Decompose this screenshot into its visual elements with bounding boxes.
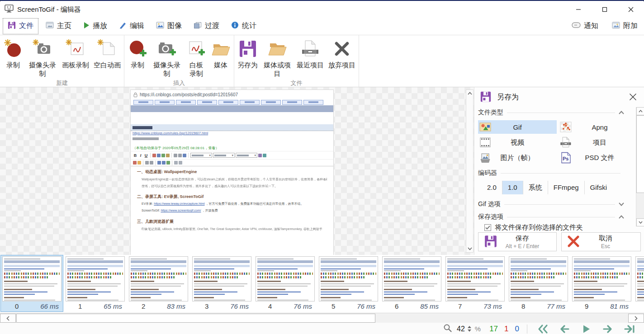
encoder-ffmpeg[interactable]: FFmpeg — [548, 181, 585, 194]
tab-image[interactable]: 图像 — [152, 19, 186, 33]
panel-scrollbar-thumb[interactable] — [636, 115, 644, 193]
timeline-frame[interactable]: 3 76 ms — [191, 255, 253, 311]
frame-thumbnail — [572, 256, 631, 301]
extras-button[interactable]: 附加 — [607, 19, 642, 33]
tab-label: 播放 — [93, 21, 107, 31]
frame-duration: 76 ms — [357, 302, 375, 310]
skip-last-icon — [624, 324, 635, 334]
ribbon: 录制 摄像头录制 画板录制 空白动画 新建 — [0, 35, 644, 87]
checkbox-checked-icon[interactable] — [484, 224, 491, 231]
zoom-spinner[interactable] — [468, 326, 471, 332]
media-or-project-button[interactable]: 媒体或项目 — [260, 37, 294, 79]
preview-vertical-scrollbar[interactable] — [466, 89, 474, 253]
insert-webcam-recording-button[interactable]: 摄像头录制 — [150, 37, 184, 79]
new-blank-animation-button[interactable]: 空白动画 — [91, 37, 123, 70]
gif-options-section-header[interactable]: Gif 选项 — [478, 200, 624, 209]
new-board-recording-button[interactable]: 画板录制 — [60, 37, 91, 70]
preview-url: https://i.cnblogs.com/posts/edit;postId=… — [140, 92, 238, 97]
insert-board-recording-button[interactable]: 白板录制 — [184, 37, 208, 79]
timeline-frame[interactable]: 5 76 ms — [317, 255, 379, 311]
frame-index: 6 — [395, 302, 398, 310]
tab-statistics[interactable]: 统计 — [227, 19, 261, 33]
notifications-button[interactable]: 通知 — [567, 19, 603, 33]
tab-play[interactable]: 播放 — [79, 19, 112, 33]
file-type-section-header[interactable]: 文件类型 — [478, 108, 624, 117]
cancel-x-icon — [567, 235, 580, 249]
file-type-apng[interactable]: Apng — [559, 120, 641, 134]
scrollbar-thumb[interactable] — [16, 314, 375, 323]
ribbon-tab-bar: 文件 主页 播放 编辑 图像 过渡 统计 通知 附加 — [0, 17, 644, 35]
timeline-frame[interactable]: 9 81 ms — [571, 255, 633, 311]
tab-label: 附加 — [623, 21, 638, 31]
insert-media-button[interactable]: 媒体 — [208, 37, 233, 70]
file-type-project[interactable]: 项目 — [559, 136, 641, 149]
file-type-images[interactable]: 图片（帧） — [478, 151, 557, 165]
encoder-system[interactable]: 系统 — [523, 181, 548, 194]
save-to-folder-option[interactable]: 将文件保存到你选择的文件夹 — [484, 223, 583, 232]
timeline-frame[interactable]: 7 73 ms — [444, 255, 506, 311]
app-icon — [5, 5, 14, 14]
tab-file[interactable]: 文件 — [3, 18, 38, 34]
save-as-button[interactable]: 另存为 — [235, 37, 260, 70]
discard-project-button[interactable]: 放弃项目 — [326, 37, 358, 70]
screentogif-editor-window: { "window": { "title": "ScreenToGif - 编辑… — [0, 0, 644, 334]
minimize-button[interactable] — [565, 2, 592, 17]
timeline-frame[interactable]: 0 66 ms — [1, 255, 63, 311]
preview-browser-tabs — [131, 99, 333, 105]
zoom-value[interactable]: 42 — [457, 325, 465, 333]
encoder-selector: 2.0 1.0 系统 FFmpeg Gifski — [482, 181, 612, 194]
preview-post-link: https://www.cnblogs.com/rules-0qz/120156… — [131, 131, 333, 136]
insert-recording-button[interactable]: 录制 — [125, 37, 150, 70]
save-options-section-header[interactable]: 保存选项 — [478, 212, 624, 221]
frame-index: 3 — [205, 302, 208, 310]
frame-duration: 65 ms — [104, 302, 122, 310]
file-type-psd[interactable]: Ps PSD 文件 — [559, 151, 641, 165]
panel-scroll-up-button[interactable] — [636, 107, 644, 115]
save-button[interactable]: 保存Alt + E / Enter — [478, 232, 557, 251]
previous-frame-button[interactable] — [554, 324, 574, 334]
encoder-1-0[interactable]: 1.0 — [502, 181, 523, 194]
recent-projects-button[interactable]: 最近项目 — [294, 37, 326, 70]
close-button[interactable] — [618, 2, 644, 17]
scroll-left-button[interactable] — [0, 314, 16, 323]
tab-edit[interactable]: 编辑 — [114, 19, 149, 33]
encoder-2-0[interactable]: 2.0 — [482, 181, 502, 194]
next-frame-button[interactable] — [598, 324, 618, 334]
timeline-frame[interactable]: 8 77 ms — [507, 255, 569, 311]
frame-thumbnail — [256, 256, 315, 301]
scroll-down-icon — [468, 247, 472, 250]
preview-canvas[interactable]: https://i.cnblogs.com/posts/edit;postId=… — [131, 90, 333, 255]
play-button[interactable] — [576, 324, 596, 334]
timeline-frame[interactable]: 2 83 ms — [128, 255, 189, 311]
new-webcam-recording-button[interactable]: 摄像头录制 — [25, 37, 60, 79]
maximize-button[interactable] — [592, 2, 618, 17]
ribbon-group-label: 插入 — [125, 79, 233, 88]
panel-scroll-down-button[interactable] — [636, 218, 644, 226]
frame-thumbnail — [445, 256, 505, 301]
zoom-magnifier-icon — [443, 324, 452, 334]
file-type-video[interactable]: 视频 — [478, 136, 557, 149]
frame-duration: 73 ms — [483, 302, 502, 310]
home-icon — [46, 22, 54, 31]
info-icon — [231, 21, 239, 31]
tab-label: 过渡 — [205, 21, 219, 31]
timeline-frame[interactable]: 6 85 ms — [381, 255, 443, 311]
cancel-button[interactable]: 取消Esc — [561, 232, 641, 251]
scroll-right-button[interactable] — [628, 314, 644, 323]
encoder-gifski[interactable]: Gifski — [585, 181, 613, 194]
timeline-frame[interactable]: 10 — [634, 255, 644, 311]
new-recording-button[interactable]: 录制 — [1, 37, 25, 70]
panel-scrollbar[interactable] — [636, 107, 644, 226]
file-type-gif[interactable]: Gif — [478, 120, 557, 134]
ribbon-group-label: 文件 — [235, 79, 358, 88]
timeline-frame[interactable]: 4 76 ms — [254, 255, 316, 311]
timeline-horizontal-scrollbar[interactable] — [0, 313, 644, 323]
timeline-frame[interactable]: 1 65 ms — [64, 255, 126, 311]
frame-thumbnail — [319, 256, 378, 301]
save-as-icon — [480, 91, 492, 104]
tab-transitions[interactable]: 过渡 — [189, 19, 224, 33]
panel-close-button[interactable] — [628, 92, 638, 102]
first-frame-button[interactable] — [533, 324, 553, 334]
last-frame-button[interactable] — [620, 324, 639, 334]
tab-home[interactable]: 主页 — [41, 19, 76, 33]
